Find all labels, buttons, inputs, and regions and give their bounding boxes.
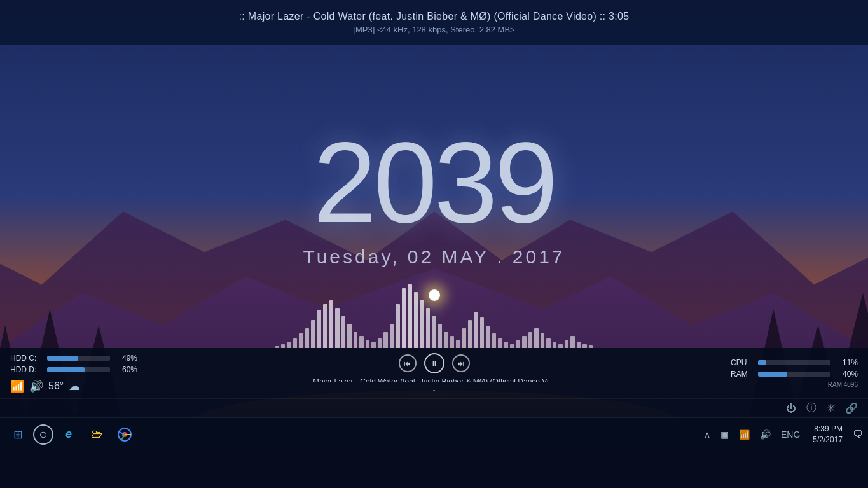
network-tray-icon[interactable]: ▣ — [718, 428, 731, 441]
hdd-c-fill — [47, 356, 78, 361]
vis-bar — [371, 342, 375, 348]
vis-bar — [293, 338, 297, 348]
vis-bar — [341, 316, 345, 348]
cpu-fill — [758, 360, 766, 365]
vis-bar — [299, 333, 303, 348]
right-section: CPU 11% RAM 40% RAM 4096 — [731, 353, 858, 393]
track-title: :: Major Lazer - Cold Water (feat. Justi… — [239, 11, 630, 22]
vis-bar — [444, 332, 448, 348]
vis-bar — [414, 292, 418, 348]
start-button[interactable]: ⊞ — [5, 422, 31, 447]
info-button[interactable]: ⓘ — [806, 401, 816, 415]
vis-bar — [468, 320, 472, 348]
vis-bar — [486, 326, 490, 348]
next-button[interactable]: ⏭ — [452, 354, 470, 372]
vis-bar — [480, 317, 484, 348]
clock-date: Tuesday, 02 MAY . 2017 — [303, 246, 565, 268]
left-section: HDD C: 49% HDD D: 60% 📶 🔊 56° ☁ — [10, 353, 137, 393]
vis-bar — [335, 308, 339, 348]
vis-bar — [570, 336, 574, 348]
hdd-c-row: HDD C: 49% — [10, 354, 137, 363]
vis-bar — [359, 336, 363, 348]
vis-bar — [438, 324, 442, 348]
language-label[interactable]: ENG — [778, 428, 803, 441]
vis-bar — [354, 332, 357, 348]
vis-bar — [516, 340, 520, 348]
hdd-c-percent: 49% — [115, 354, 137, 363]
hdd-d-label: HDD D: — [10, 365, 42, 374]
cpu-row: CPU 11% — [731, 358, 858, 367]
weather-row: 📶 🔊 56° ☁ — [10, 379, 137, 393]
cloud-icon: ☁ — [69, 379, 80, 393]
player-track: Major Lazer - Cold Water (feat. Justin B… — [313, 377, 555, 382]
vis-bar — [450, 336, 454, 348]
vis-bar — [366, 340, 369, 348]
vis-bar — [390, 324, 394, 348]
taskbar-clock[interactable]: 8:39 PM 5/2/2017 — [808, 424, 848, 445]
top-media-bar: :: Major Lazer - Cold Water (feat. Justi… — [0, 0, 868, 45]
vis-bar — [504, 342, 508, 348]
prev-button[interactable]: ⏮ — [399, 354, 417, 372]
taskbar: HDD C: 49% HDD D: 60% 📶 🔊 56° ☁ — [0, 348, 868, 488]
vis-bar — [329, 300, 333, 348]
ram-label: RAM — [731, 370, 753, 379]
vis-bar — [305, 328, 309, 348]
vis-bar — [426, 308, 430, 348]
vis-bar — [378, 338, 382, 348]
hdd-d-fill — [47, 367, 85, 372]
wifi-icon: 📶 — [10, 379, 24, 393]
vis-bar — [565, 340, 568, 348]
ram-size-label: RAM 4096 — [828, 381, 858, 388]
explorer-button[interactable]: 🗁 — [84, 422, 109, 447]
audio-visualizer — [275, 272, 593, 348]
vis-bar — [347, 324, 351, 348]
vis-bar — [317, 310, 321, 348]
edge-button[interactable]: e — [56, 422, 81, 447]
hdd-d-bar — [47, 367, 110, 372]
cpu-bar — [758, 360, 830, 365]
player-track2: - — [433, 386, 436, 393]
notification-button[interactable]: 🗨 — [853, 429, 863, 440]
pause-button[interactable]: ⏸ — [424, 353, 444, 373]
vis-bar — [498, 338, 502, 348]
vis-bar — [553, 342, 556, 348]
clock-time: 2039 — [313, 125, 555, 240]
vis-bar — [408, 284, 411, 348]
volume-tray-icon[interactable]: 🔊 — [757, 428, 773, 441]
search-button[interactable]: ○ — [33, 424, 53, 445]
vis-bar — [396, 304, 399, 348]
volume-icon: 🔊 — [29, 379, 43, 393]
sys-buttons-row: ⏻ ⓘ ✳ 🔗 — [0, 399, 868, 417]
power-button[interactable]: ⏻ — [786, 403, 796, 414]
vis-bar — [432, 316, 436, 348]
ram-size-row: RAM 4096 — [731, 381, 858, 388]
vis-bar — [462, 328, 466, 348]
hdd-c-label: HDD C: — [10, 354, 42, 363]
player-controls: ⏮ ⏸ ⏭ — [399, 353, 470, 373]
vis-bar — [534, 328, 538, 348]
taskbar-time: 8:39 PM — [814, 424, 843, 435]
hdd-c-bar — [47, 356, 110, 361]
hdd-d-row: HDD D: 60% — [10, 365, 137, 374]
asterisk-button[interactable]: ✳ — [827, 402, 835, 414]
hdd-d-percent: 60% — [115, 365, 137, 374]
cpu-percent: 11% — [836, 358, 858, 367]
vis-bar — [420, 300, 424, 348]
tray-chevron[interactable]: ∧ — [701, 428, 713, 441]
vis-bar — [323, 304, 327, 348]
vis-bar — [456, 340, 460, 348]
vis-bar — [522, 336, 526, 348]
vis-bar — [383, 332, 387, 348]
vis-bar — [287, 342, 291, 348]
vis-bar — [474, 312, 478, 348]
vis-bar — [577, 342, 581, 348]
wifi-tray-icon[interactable]: 📶 — [736, 428, 752, 441]
chrome-button[interactable] — [112, 422, 137, 447]
main-taskbar: ⊞ ○ e 🗁 ∧ ▣ 📶 🔊 ENG — [0, 417, 868, 450]
player-section: ⏮ ⏸ ⏭ Major Lazer - Cold Water (feat. Ju… — [137, 353, 731, 393]
vis-bar — [546, 338, 550, 348]
link-button[interactable]: 🔗 — [845, 402, 858, 414]
ram-percent: 40% — [836, 370, 858, 379]
vis-bar — [402, 288, 406, 348]
weather-temp: 56° — [48, 380, 64, 392]
